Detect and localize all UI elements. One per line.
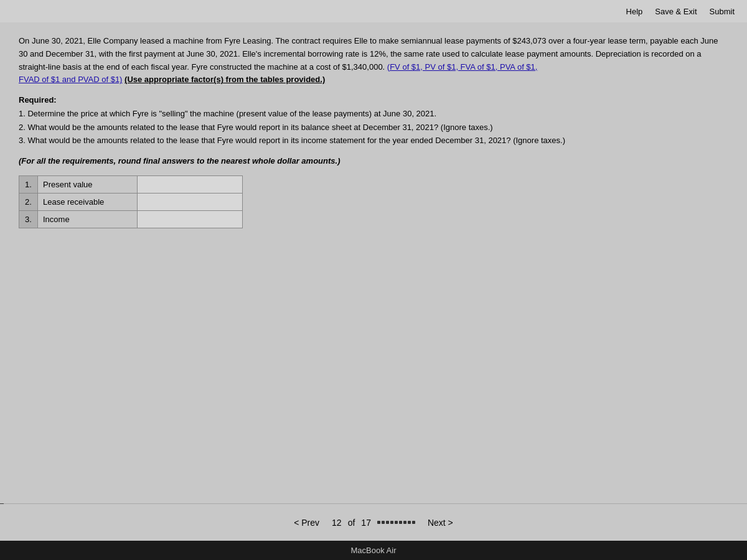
required-title: Required:	[19, 95, 728, 105]
table-row: 1. Present value	[19, 175, 243, 193]
use-factors-instruction: (Use appropriate factor(s) from the tabl…	[125, 75, 325, 84]
macbook-bar: MacBook Air	[0, 541, 747, 560]
page-current: 12	[332, 518, 342, 528]
question-text-main: On June 30, 2021, Elle Company leased a …	[19, 36, 718, 72]
page-indicator: 12 of 17	[332, 518, 415, 528]
page-total: 17	[361, 518, 371, 528]
top-bar: Help Save & Exit Submit	[0, 0, 747, 22]
next-button[interactable]: Next >	[428, 518, 453, 528]
row-2-label: Lease receivable	[37, 193, 137, 210]
page-of: of	[348, 518, 355, 528]
row-3-label: Income	[37, 210, 137, 228]
table-row: 2. Lease receivable	[19, 193, 243, 210]
submit-button[interactable]: Submit	[710, 7, 735, 16]
for-all-note: (For all the requirements, round final a…	[19, 156, 728, 166]
row-3-num: 3.	[19, 210, 38, 228]
row-1-input-field[interactable]	[143, 180, 237, 189]
required-section: Required: 1. Determine the price at whic…	[19, 95, 728, 147]
row-2-num: 2.	[19, 193, 38, 210]
question-paragraph: On June 30, 2021, Elle Company leased a …	[19, 35, 728, 86]
answer-table: 1. Present value 2. Lease receivable 3. …	[19, 175, 243, 228]
macbook-label: MacBook Air	[351, 546, 397, 555]
row-1-num: 1.	[19, 175, 38, 193]
row-1-label: Present value	[37, 175, 137, 193]
row-2-input-field[interactable]	[143, 197, 237, 207]
row-3-input[interactable]	[137, 210, 242, 228]
prev-button[interactable]: < Prev	[294, 518, 319, 528]
row-2-input[interactable]	[137, 193, 242, 210]
required-item-3: 3. What would be the amounts related to …	[19, 134, 728, 147]
table-row: 3. Income	[19, 210, 243, 228]
help-button[interactable]: Help	[626, 7, 643, 16]
required-item-1: 1. Determine the price at which Fyre is …	[19, 107, 728, 120]
bottom-nav: < Prev 12 of 17 Next >	[0, 503, 747, 541]
required-items: 1. Determine the price at which Fyre is …	[19, 107, 728, 147]
save-exit-button[interactable]: Save & Exit	[655, 7, 697, 16]
row-3-input-field[interactable]	[143, 215, 237, 224]
grid-icon[interactable]	[377, 521, 415, 524]
required-item-2: 2. What would be the amounts related to …	[19, 121, 728, 134]
main-content: On June 30, 2021, Elle Company leased a …	[0, 22, 747, 503]
row-1-input[interactable]	[137, 175, 242, 193]
screen: Help Save & Exit Submit On June 30, 2021…	[0, 0, 747, 560]
